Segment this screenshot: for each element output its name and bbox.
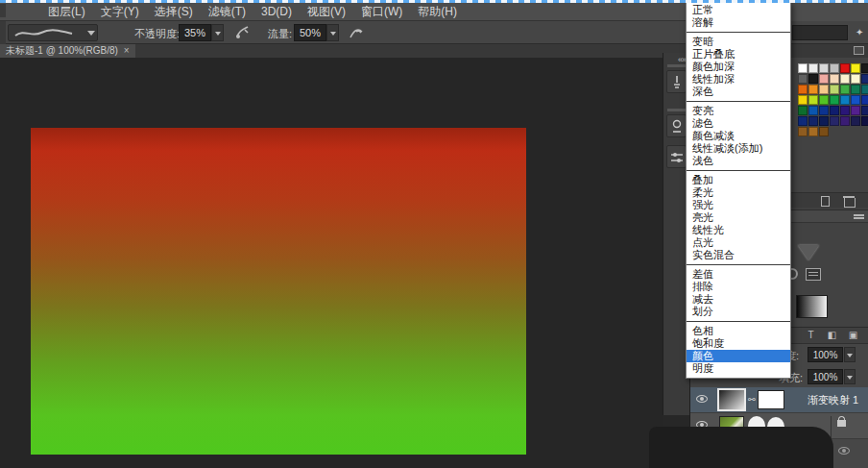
blend-mode-item[interactable]: 线性加深: [687, 73, 790, 86]
menu-item[interactable]: 窗口(W): [353, 1, 410, 22]
arrange-documents-icon[interactable]: [854, 46, 864, 55]
gradient-list-icon[interactable]: [806, 268, 821, 281]
blend-mode-item[interactable]: 减去: [687, 293, 790, 306]
blend-mode-item[interactable]: 差值: [687, 268, 790, 281]
filter-type-text-icon[interactable]: T: [804, 330, 818, 341]
color-swatch[interactable]: [851, 63, 860, 73]
color-swatch[interactable]: [861, 95, 868, 105]
blend-mode-item[interactable]: 浅色: [687, 155, 790, 167]
color-swatch[interactable]: [851, 74, 860, 84]
eye-icon[interactable]: [838, 447, 850, 455]
blend-mode-item[interactable]: 亮光: [687, 211, 790, 224]
blend-mode-item[interactable]: 点光: [687, 236, 790, 249]
blend-mode-item[interactable]: 变亮: [687, 105, 790, 117]
panel-icon-adjustments[interactable]: [666, 145, 687, 168]
color-swatch[interactable]: [830, 116, 839, 126]
blend-mode-item[interactable]: 变暗: [687, 36, 790, 48]
airbrush-icon[interactable]: [233, 24, 251, 41]
color-swatch[interactable]: [830, 85, 839, 94]
color-swatch[interactable]: [840, 74, 850, 84]
blend-mode-item[interactable]: 划分: [687, 306, 790, 318]
filter-adjustment-icon[interactable]: ◧: [825, 330, 839, 341]
layers-fill-dropdown[interactable]: [844, 369, 856, 384]
color-swatch[interactable]: [830, 95, 839, 105]
color-swatch[interactable]: [808, 74, 818, 84]
color-swatch[interactable]: [851, 116, 860, 126]
flow-value[interactable]: 50%: [294, 24, 326, 41]
blend-mode-item[interactable]: 排除: [687, 281, 790, 293]
blend-mode-item[interactable]: 滤色: [687, 117, 790, 130]
color-swatch[interactable]: [808, 63, 818, 73]
new-swatch-icon[interactable]: [821, 196, 830, 207]
blend-mode-item[interactable]: 线性光: [687, 224, 790, 236]
color-swatch[interactable]: [851, 106, 860, 115]
menu-item[interactable]: 视图(V): [300, 1, 353, 22]
color-swatch[interactable]: [798, 63, 808, 73]
color-swatch[interactable]: [851, 95, 860, 105]
color-swatch[interactable]: [819, 74, 829, 84]
collapse-dock-icon[interactable]: «»: [678, 55, 686, 64]
blend-mode-item[interactable]: 颜色: [687, 350, 790, 362]
blend-mode-item[interactable]: 色相: [687, 325, 790, 337]
color-swatch[interactable]: [819, 116, 829, 126]
color-swatch[interactable]: [830, 74, 839, 84]
color-swatch[interactable]: [798, 74, 808, 84]
blend-mode-item[interactable]: 明度: [687, 362, 790, 375]
color-swatch[interactable]: [819, 63, 829, 73]
trash-icon[interactable]: [844, 196, 854, 207]
color-swatch[interactable]: [808, 116, 818, 126]
color-swatch[interactable]: [819, 106, 829, 115]
panel-menu-icon[interactable]: [854, 214, 864, 216]
color-swatch[interactable]: [861, 74, 868, 84]
color-swatch[interactable]: [840, 85, 850, 94]
color-swatch[interactable]: [798, 106, 808, 115]
canvas-gradient-image[interactable]: [31, 128, 526, 455]
layer-row-gradient-map[interactable]: ⚯ 渐变映射 1: [690, 387, 868, 412]
airbrush-toggle-icon[interactable]: [348, 24, 365, 41]
menu-item[interactable]: 文字(Y): [93, 1, 147, 22]
color-swatch[interactable]: [819, 85, 829, 94]
color-swatch[interactable]: [798, 95, 808, 105]
panel-icon-brush[interactable]: [666, 70, 687, 93]
blend-mode-item[interactable]: 颜色减淡: [687, 130, 790, 142]
blend-mode-item[interactable]: 颜色加深: [687, 61, 790, 73]
color-swatch[interactable]: [798, 127, 808, 136]
color-swatch[interactable]: [840, 106, 850, 115]
color-swatch[interactable]: [840, 63, 850, 73]
layers-fill-value[interactable]: 100%: [808, 369, 843, 384]
close-icon[interactable]: ×: [124, 45, 130, 56]
layer-name[interactable]: 渐变映射 1: [808, 393, 858, 407]
blend-mode-item[interactable]: 正片叠底: [687, 48, 790, 61]
menu-item[interactable]: 图层(L): [40, 1, 93, 22]
blend-mode-item[interactable]: 溶解: [687, 16, 790, 29]
color-swatch[interactable]: [861, 116, 868, 126]
eye-icon[interactable]: [696, 395, 708, 403]
color-swatch[interactable]: [819, 127, 829, 136]
color-swatch[interactable]: [808, 95, 818, 105]
color-swatch[interactable]: [830, 106, 839, 115]
blend-mode-item[interactable]: 饱和度: [687, 337, 790, 350]
blend-mode-item[interactable]: 深色: [687, 86, 790, 98]
color-swatch[interactable]: [808, 85, 818, 94]
color-swatch[interactable]: [819, 95, 829, 105]
layer-mask-thumbnail[interactable]: [758, 390, 784, 409]
color-swatch[interactable]: [798, 85, 808, 94]
gradient-map-thumbnail[interactable]: [719, 390, 744, 409]
color-swatch[interactable]: [798, 116, 808, 126]
blend-mode-item[interactable]: 实色混合: [687, 249, 790, 261]
color-swatch[interactable]: [861, 63, 868, 73]
opacity-value[interactable]: 35%: [179, 24, 211, 41]
gradient-preview-bar[interactable]: [796, 295, 828, 318]
color-swatch[interactable]: [840, 116, 850, 126]
opacity-dropdown-button[interactable]: [211, 24, 224, 41]
color-swatch[interactable]: [861, 85, 868, 94]
filter-shape-icon[interactable]: ▣: [846, 330, 860, 341]
color-swatch[interactable]: [861, 106, 868, 115]
panel-icon-clone-source[interactable]: [666, 114, 687, 137]
blend-mode-item[interactable]: 叠加: [687, 174, 790, 186]
brush-preset-picker[interactable]: [8, 24, 98, 41]
color-swatch[interactable]: [808, 127, 818, 136]
blend-mode-item[interactable]: 强光: [687, 199, 790, 211]
menu-item[interactable]: 滤镜(T): [201, 1, 253, 22]
layers-opacity-dropdown[interactable]: [844, 347, 856, 362]
